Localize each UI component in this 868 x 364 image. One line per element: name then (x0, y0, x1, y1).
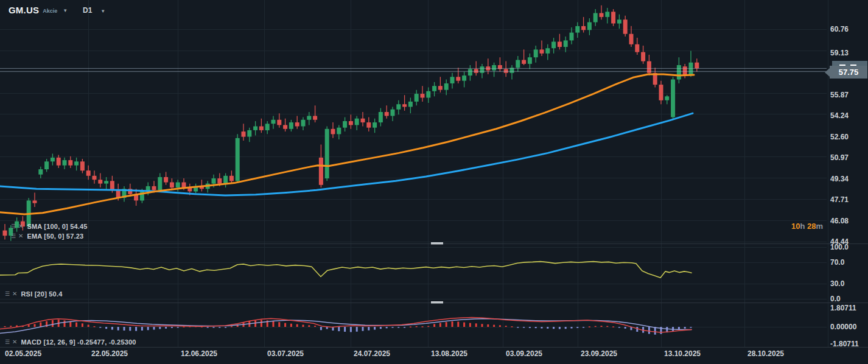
indicator-settings-icon[interactable]: ☰ (5, 339, 10, 345)
price-tick-label: 47.71 (830, 195, 849, 204)
indicator-settings-icon[interactable]: ☰ (5, 291, 10, 297)
instrument-type-label: Akcie (43, 8, 57, 14)
date-tick-label: 12.06.2025 (181, 349, 217, 358)
price-tick-label: 55.87 (830, 91, 849, 99)
macd-tick-label: -1.80711 (830, 340, 859, 348)
date-tick-label: 03.09.2025 (506, 349, 542, 358)
rsi-legend-label: RSI [20] 50.4 (21, 290, 62, 298)
chevron-down-icon: ▼ (63, 8, 68, 13)
date-tick-label: 13.08.2025 (431, 349, 467, 358)
rsi-tick-label: 100.0 (830, 243, 849, 251)
date-tick-label: 03.07.2025 (267, 349, 304, 358)
date-tick-label: 24.07.2025 (354, 349, 390, 358)
price-tick-label: 50.97 (830, 153, 849, 162)
timeframe-selector[interactable]: D1 ▼ (83, 6, 105, 15)
price-tick-label: 52.60 (830, 133, 849, 141)
indicator-legend-rsi[interactable]: ☰ ✕ RSI [20] 50.4 (5, 290, 63, 298)
price-tick-label: 54.24 (830, 111, 849, 120)
chevron-down-icon: ▼ (100, 9, 105, 14)
sma-legend-label: SMA [100, 0] 54.45 (27, 223, 87, 230)
trading-chart-window: GM.US Akcie ▼ D1 ▼ ☰ ✕ SMA [100, 0] 54.4… (0, 0, 868, 364)
price-tick-label: 46.08 (830, 217, 849, 225)
rsi-tick-label: 70.0 (830, 258, 844, 267)
indicator-settings-icon[interactable]: ☰ (11, 233, 16, 239)
date-tick-label: 28.10.2025 (747, 349, 784, 358)
date-tick-label: 23.09.2025 (581, 349, 617, 358)
timeframe-label: D1 (83, 6, 92, 15)
macd-tick-label: 0.00000 (830, 323, 856, 331)
current-price-tag: 57.75 (830, 66, 867, 79)
chart-canvas[interactable] (0, 0, 868, 364)
ema-legend-label: EMA [50, 0] 57.23 (27, 233, 83, 240)
current-price-value: 57.75 (839, 68, 859, 77)
price-tick-label: 49.34 (830, 175, 849, 183)
date-tick-label: 22.05.2025 (91, 349, 128, 358)
indicator-settings-icon[interactable]: ☰ (11, 223, 16, 229)
symbol-selector[interactable]: GM.US Akcie ▼ (9, 5, 68, 15)
remove-indicator-icon[interactable]: ✕ (12, 291, 17, 297)
indicator-legend-macd[interactable]: ☰ ✕ MACD [12, 26, 9] -0.25477, -0.25300 (5, 338, 136, 346)
rsi-tick-label: 0.0 (830, 295, 841, 303)
indicator-legend-sma[interactable]: ☰ ✕ SMA [100, 0] 54.45 (11, 223, 88, 230)
candle-countdown: 10h 28m (791, 222, 823, 231)
macd-tick-label: 1.80711 (830, 304, 856, 312)
price-tick-label: 59.13 (830, 49, 849, 57)
price-tick-label: 60.76 (830, 25, 849, 33)
rsi-tick-label: 30.0 (830, 279, 844, 288)
date-tick-label: 02.05.2025 (5, 349, 41, 358)
macd-legend-label: MACD [12, 26, 9] -0.25477, -0.25300 (21, 338, 136, 346)
indicator-legend-ema[interactable]: ☰ ✕ EMA [50, 0] 57.23 (11, 233, 83, 240)
remove-indicator-icon[interactable]: ✕ (18, 233, 23, 239)
remove-indicator-icon[interactable]: ✕ (18, 223, 23, 229)
pane-resize-handle[interactable] (431, 242, 443, 245)
pane-resize-handle[interactable] (431, 301, 443, 304)
symbol-name: GM.US (9, 5, 39, 15)
date-tick-label: 13.10.2025 (664, 349, 701, 358)
remove-indicator-icon[interactable]: ✕ (12, 339, 17, 345)
